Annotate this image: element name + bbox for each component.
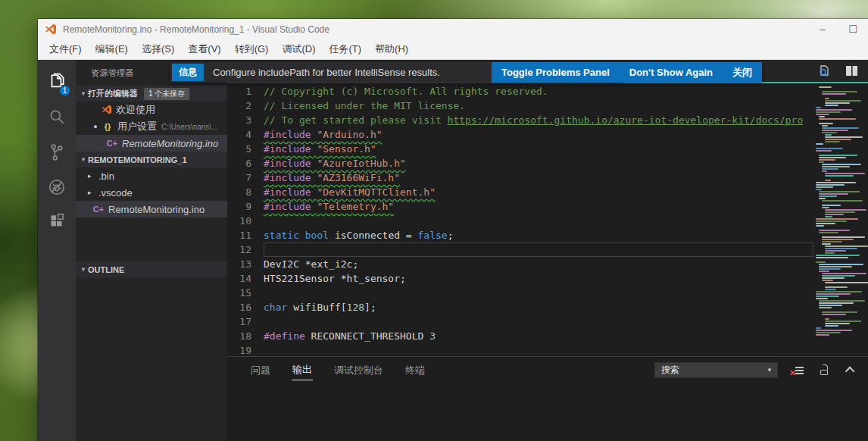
open-editor-label: 欢迎使用 — [116, 103, 155, 117]
tab-debug-console[interactable]: 调试控制台 — [333, 361, 384, 380]
code-line[interactable]: 15 — [227, 286, 813, 300]
unlock-icon — [823, 364, 828, 370]
open-editor-remotemonitoring[interactable]: C+ RemoteMonitoring.ino — [76, 135, 227, 152]
editor-group: 1// Copyright (c) Microsoft. All rights … — [227, 60, 868, 356]
explorer-sidebar: 资源管理器 ▾ 打开的编辑器 1 个未保存 欢迎使用 ● {} 用户设置 C:\… — [76, 60, 227, 441]
split-editor-button[interactable] — [844, 64, 859, 79]
json-file-icon: {} — [101, 122, 114, 131]
vscode-logo-icon — [45, 23, 57, 36]
chevron-down-icon: ▼ — [762, 367, 777, 374]
lock-scroll-button[interactable] — [817, 364, 831, 377]
code-line[interactable]: 3// To get started please visit https://… — [227, 113, 813, 127]
open-editor-welcome[interactable]: 欢迎使用 — [76, 102, 227, 118]
menu-debug[interactable]: 调试(D) — [275, 40, 322, 58]
code-line[interactable]: 11static bool isConnected = false; — [227, 228, 813, 242]
expand-icon: ▾ — [79, 90, 88, 97]
notification-message: Configure includePath for better Intelli… — [205, 62, 492, 83]
menu-file[interactable]: 文件(F) — [42, 40, 89, 58]
activity-extensions-button[interactable] — [38, 205, 76, 239]
split-editor-icon — [845, 65, 858, 77]
menu-view[interactable]: 查看(V) — [181, 40, 227, 58]
expand-icon: ▾ — [79, 156, 88, 163]
output-channel-value: 搜索 — [655, 364, 762, 377]
toggle-problems-panel-button[interactable]: Toggle Problems Panel — [492, 62, 620, 83]
menu-tasks[interactable]: 任务(T) — [322, 40, 368, 58]
cpp-file-icon: C+ — [92, 205, 105, 214]
folder-name-label: REMOTEMONITORING_1 — [88, 155, 187, 164]
code-line[interactable]: 14HTS221Sensor *ht_sensor; — [227, 271, 813, 286]
code-editor[interactable]: 1// Copyright (c) Microsoft. All rights … — [227, 83, 813, 356]
chevron-right-icon: ▸ — [88, 172, 98, 180]
tab-problems[interactable]: 问题 — [250, 361, 271, 380]
title-bar: RemoteMonitoring.ino - RemoteMonitoring_… — [38, 19, 868, 39]
code-line[interactable]: 13DevI2C *ext_i2c; — [227, 257, 813, 271]
open-editors-header[interactable]: ▾ 打开的编辑器 1 个未保存 — [76, 86, 227, 102]
activity-debug-button[interactable] — [38, 170, 76, 205]
open-preview-button[interactable] — [816, 64, 832, 79]
clear-x-icon: ✕ — [789, 369, 796, 377]
open-editor-label: RemoteMonitoring.ino — [122, 138, 218, 149]
open-editors-label: 打开的编辑器 — [88, 88, 138, 99]
editor-and-panel: 1// Copyright (c) Microsoft. All rights … — [227, 60, 868, 441]
code-line[interactable]: 7#include "AZ3166WiFi.h" — [227, 170, 813, 185]
code-line[interactable]: 10 — [227, 214, 813, 228]
code-line[interactable]: 5#include "Sensor.h" — [227, 142, 813, 156]
code-line[interactable]: 16char wifiBuff[128]; — [227, 300, 813, 314]
file-item-label: RemoteMonitoring.ino — [108, 204, 205, 215]
code-line[interactable]: 18#define RECONNECT_THRESHOLD 3 — [227, 329, 813, 343]
debug-icon — [47, 177, 67, 197]
activity-explorer-button[interactable]: 1 — [38, 65, 76, 100]
cpp-file-icon: C+ — [106, 139, 118, 148]
git-branch-icon — [47, 142, 67, 162]
panel-header: 问题 输出 调试控制台 终端 搜索 ▼ ✕ — [227, 357, 868, 383]
file-path: C:\Users\naris\... — [161, 123, 217, 131]
maximize-button[interactable]: ☐ — [838, 19, 868, 39]
code-line[interactable]: 19 — [227, 343, 813, 356]
code-line[interactable]: 1// Copyright (c) Microsoft. All rights … — [227, 84, 813, 99]
dirty-indicator-icon: ● — [89, 123, 101, 130]
code-line[interactable]: 12 — [227, 242, 813, 257]
minimap[interactable] — [813, 83, 868, 356]
vscode-window: RemoteMonitoring.ino - RemoteMonitoring_… — [38, 19, 868, 441]
menu-edit[interactable]: 编辑(E) — [89, 40, 135, 58]
minimize-button[interactable]: – — [807, 19, 838, 39]
menu-help[interactable]: 帮助(H) — [368, 40, 415, 58]
explorer-badge: 1 — [59, 85, 70, 96]
open-editor-label: 用户设置 — [117, 120, 157, 133]
code-line[interactable]: 9#include "Telemetry.h" — [227, 199, 813, 214]
outline-label: OUTLINE — [88, 265, 124, 274]
vscode-logo-icon — [101, 105, 112, 115]
menu-selection[interactable]: 选择(S) — [135, 40, 181, 58]
window-title: RemoteMonitoring.ino - RemoteMonitoring_… — [63, 24, 807, 35]
folder-item-vscode[interactable]: ▸ .vscode — [76, 184, 227, 201]
outline-section-header[interactable]: ▾ OUTLINE — [76, 261, 227, 277]
output-channel-select[interactable]: 搜索 ▼ — [654, 362, 778, 378]
clear-output-button[interactable]: ✕ — [791, 364, 804, 377]
notification-bar: 信息 Configure includePath for better Inte… — [170, 62, 762, 83]
dont-show-again-button[interactable]: Don't Show Again — [620, 62, 723, 83]
code-line[interactable]: 4#include "Arduino.h" — [227, 127, 813, 142]
info-badge: 信息 — [172, 64, 204, 81]
code-lines: 1// Copyright (c) Microsoft. All rights … — [227, 84, 813, 356]
code-line[interactable]: 17 — [227, 314, 813, 329]
code-line[interactable]: 2// Licensed under the MIT license. — [227, 99, 813, 113]
close-notification-button[interactable]: 关闭 — [723, 62, 762, 83]
open-editor-user-settings[interactable]: ● {} 用户设置 C:\Users\naris\... — [76, 118, 227, 135]
menu-goto[interactable]: 转到(G) — [228, 40, 276, 58]
code-line[interactable]: 6#include "AzureIotHub.h" — [227, 156, 813, 170]
folder-item-bin[interactable]: ▸ .bin — [76, 167, 227, 184]
file-item-remotemonitoring[interactable]: C+ RemoteMonitoring.ino — [76, 201, 227, 217]
tab-terminal[interactable]: 终端 — [404, 361, 426, 380]
activity-search-button[interactable] — [38, 100, 76, 135]
search-icon — [47, 108, 67, 127]
tab-output[interactable]: 输出 — [292, 360, 313, 380]
workbench: 信息 Configure includePath for better Inte… — [38, 60, 868, 441]
unsaved-badge: 1 个未保存 — [144, 88, 189, 100]
activity-source-control-button[interactable] — [38, 135, 76, 170]
chevron-up-icon — [845, 367, 854, 377]
maximize-panel-button[interactable] — [844, 364, 857, 377]
folder-item-label: .vscode — [98, 187, 133, 199]
code-line[interactable]: 8#include "DevKitMQTTClient.h" — [227, 185, 813, 199]
preview-search-icon — [817, 64, 831, 78]
folder-section-header[interactable]: ▾ REMOTEMONITORING_1 — [76, 152, 227, 167]
